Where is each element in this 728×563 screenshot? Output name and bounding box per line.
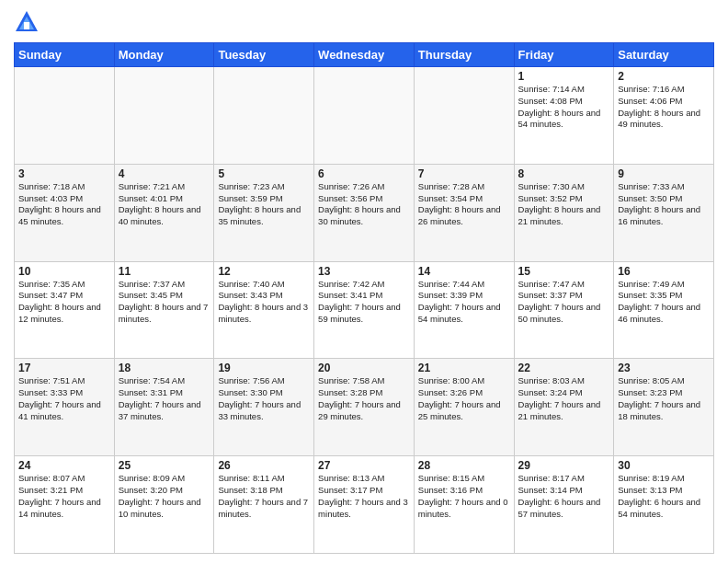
calendar-cell [314, 67, 415, 165]
calendar-cell: 3Sunrise: 7:18 AMSunset: 4:03 PMDaylight… [15, 164, 115, 261]
col-header-tuesday: Tuesday [214, 43, 314, 67]
page: SundayMondayTuesdayWednesdayThursdayFrid… [0, 0, 728, 563]
calendar-cell: 29Sunrise: 8:17 AMSunset: 3:14 PMDayligh… [514, 456, 614, 554]
calendar-cell: 24Sunrise: 8:07 AMSunset: 3:21 PMDayligh… [15, 456, 115, 554]
day-info: Sunrise: 7:35 AMSunset: 3:47 PMDaylight:… [18, 279, 110, 326]
day-info: Sunrise: 7:26 AMSunset: 3:56 PMDaylight:… [318, 181, 410, 228]
day-number: 7 [418, 167, 510, 180]
calendar-cell: 1Sunrise: 7:14 AMSunset: 4:08 PMDaylight… [514, 67, 614, 165]
calendar-cell: 7Sunrise: 7:28 AMSunset: 3:54 PMDaylight… [414, 164, 514, 261]
day-info: Sunrise: 7:33 AMSunset: 3:50 PMDaylight:… [618, 181, 710, 228]
svg-rect-2 [24, 22, 29, 29]
logo [14, 9, 43, 35]
calendar-cell: 28Sunrise: 8:15 AMSunset: 3:16 PMDayligh… [414, 456, 514, 554]
calendar-cell: 12Sunrise: 7:40 AMSunset: 3:43 PMDayligh… [214, 261, 314, 359]
day-info: Sunrise: 7:56 AMSunset: 3:30 PMDaylight:… [218, 375, 310, 422]
calendar-cell: 5Sunrise: 7:23 AMSunset: 3:59 PMDaylight… [214, 164, 314, 261]
calendar-week-row: 17Sunrise: 7:51 AMSunset: 3:33 PMDayligh… [15, 359, 714, 456]
day-number: 1 [518, 70, 610, 83]
col-header-saturday: Saturday [614, 43, 714, 67]
day-number: 15 [518, 265, 610, 278]
day-number: 9 [618, 167, 710, 180]
day-info: Sunrise: 7:14 AMSunset: 4:08 PMDaylight:… [518, 84, 610, 131]
day-number: 19 [218, 362, 310, 374]
day-info: Sunrise: 7:28 AMSunset: 3:54 PMDaylight:… [418, 181, 510, 228]
day-info: Sunrise: 7:37 AMSunset: 3:45 PMDaylight:… [119, 279, 210, 326]
day-number: 24 [18, 459, 110, 472]
calendar-cell: 4Sunrise: 7:21 AMSunset: 4:01 PMDaylight… [114, 164, 214, 261]
day-info: Sunrise: 7:51 AMSunset: 3:33 PMDaylight:… [18, 375, 110, 422]
calendar-header-row: SundayMondayTuesdayWednesdayThursdayFrid… [15, 43, 714, 67]
day-number: 21 [418, 362, 510, 374]
day-number: 22 [518, 362, 610, 374]
day-number: 3 [18, 167, 110, 180]
day-info: Sunrise: 8:07 AMSunset: 3:21 PMDaylight:… [18, 473, 110, 520]
day-number: 6 [318, 167, 410, 180]
day-info: Sunrise: 8:19 AMSunset: 3:13 PMDaylight:… [618, 473, 710, 520]
calendar-week-row: 1Sunrise: 7:14 AMSunset: 4:08 PMDaylight… [15, 67, 714, 165]
day-number: 12 [218, 265, 310, 278]
calendar-cell: 16Sunrise: 7:49 AMSunset: 3:35 PMDayligh… [614, 261, 714, 359]
logo-icon [14, 9, 40, 35]
calendar-cell: 18Sunrise: 7:54 AMSunset: 3:31 PMDayligh… [114, 359, 214, 456]
calendar-cell: 25Sunrise: 8:09 AMSunset: 3:20 PMDayligh… [114, 456, 214, 554]
calendar-cell: 14Sunrise: 7:44 AMSunset: 3:39 PMDayligh… [414, 261, 514, 359]
day-info: Sunrise: 8:00 AMSunset: 3:26 PMDaylight:… [418, 375, 510, 422]
day-number: 30 [618, 459, 710, 472]
day-number: 10 [18, 265, 110, 278]
calendar-cell: 21Sunrise: 8:00 AMSunset: 3:26 PMDayligh… [414, 359, 514, 456]
calendar-week-row: 10Sunrise: 7:35 AMSunset: 3:47 PMDayligh… [15, 261, 714, 359]
calendar-cell [15, 67, 115, 165]
day-number: 11 [119, 265, 210, 278]
col-header-wednesday: Wednesday [314, 43, 415, 67]
col-header-sunday: Sunday [15, 43, 115, 67]
day-info: Sunrise: 7:42 AMSunset: 3:41 PMDaylight:… [318, 279, 410, 326]
calendar-cell [214, 67, 314, 165]
day-number: 16 [618, 265, 710, 278]
calendar-table: SundayMondayTuesdayWednesdayThursdayFrid… [14, 42, 714, 554]
day-number: 14 [418, 265, 510, 278]
day-number: 20 [318, 362, 410, 374]
calendar-cell: 20Sunrise: 7:58 AMSunset: 3:28 PMDayligh… [314, 359, 415, 456]
day-info: Sunrise: 8:13 AMSunset: 3:17 PMDaylight:… [318, 473, 410, 520]
calendar-cell [114, 67, 214, 165]
day-number: 23 [618, 362, 710, 374]
calendar-cell: 11Sunrise: 7:37 AMSunset: 3:45 PMDayligh… [114, 261, 214, 359]
day-info: Sunrise: 8:17 AMSunset: 3:14 PMDaylight:… [518, 473, 610, 520]
calendar-cell: 22Sunrise: 8:03 AMSunset: 3:24 PMDayligh… [514, 359, 614, 456]
col-header-thursday: Thursday [414, 43, 514, 67]
calendar-cell: 27Sunrise: 8:13 AMSunset: 3:17 PMDayligh… [314, 456, 415, 554]
day-info: Sunrise: 7:54 AMSunset: 3:31 PMDaylight:… [119, 375, 210, 422]
day-info: Sunrise: 8:15 AMSunset: 3:16 PMDaylight:… [418, 473, 510, 520]
day-number: 13 [318, 265, 410, 278]
calendar-cell: 2Sunrise: 7:16 AMSunset: 4:06 PMDaylight… [614, 67, 714, 165]
calendar-week-row: 24Sunrise: 8:07 AMSunset: 3:21 PMDayligh… [15, 456, 714, 554]
col-header-friday: Friday [514, 43, 614, 67]
day-number: 4 [119, 167, 210, 180]
day-info: Sunrise: 7:47 AMSunset: 3:37 PMDaylight:… [518, 279, 610, 326]
day-number: 26 [218, 459, 310, 472]
day-info: Sunrise: 8:03 AMSunset: 3:24 PMDaylight:… [518, 375, 610, 422]
day-number: 25 [119, 459, 210, 472]
header [14, 9, 714, 35]
day-number: 27 [318, 459, 410, 472]
day-number: 18 [119, 362, 210, 374]
day-number: 29 [518, 459, 610, 472]
day-info: Sunrise: 7:16 AMSunset: 4:06 PMDaylight:… [618, 84, 710, 131]
day-info: Sunrise: 7:23 AMSunset: 3:59 PMDaylight:… [218, 181, 310, 228]
calendar-cell: 8Sunrise: 7:30 AMSunset: 3:52 PMDaylight… [514, 164, 614, 261]
day-info: Sunrise: 7:18 AMSunset: 4:03 PMDaylight:… [18, 181, 110, 228]
day-number: 5 [218, 167, 310, 180]
day-info: Sunrise: 8:09 AMSunset: 3:20 PMDaylight:… [119, 473, 210, 520]
day-number: 17 [18, 362, 110, 374]
day-number: 2 [618, 70, 710, 83]
calendar-cell: 10Sunrise: 7:35 AMSunset: 3:47 PMDayligh… [15, 261, 115, 359]
day-info: Sunrise: 8:05 AMSunset: 3:23 PMDaylight:… [618, 375, 710, 422]
calendar-cell: 23Sunrise: 8:05 AMSunset: 3:23 PMDayligh… [614, 359, 714, 456]
day-info: Sunrise: 8:11 AMSunset: 3:18 PMDaylight:… [218, 473, 310, 520]
calendar-cell: 15Sunrise: 7:47 AMSunset: 3:37 PMDayligh… [514, 261, 614, 359]
calendar-cell: 6Sunrise: 7:26 AMSunset: 3:56 PMDaylight… [314, 164, 415, 261]
calendar-week-row: 3Sunrise: 7:18 AMSunset: 4:03 PMDaylight… [15, 164, 714, 261]
col-header-monday: Monday [114, 43, 214, 67]
day-info: Sunrise: 7:58 AMSunset: 3:28 PMDaylight:… [318, 375, 410, 422]
